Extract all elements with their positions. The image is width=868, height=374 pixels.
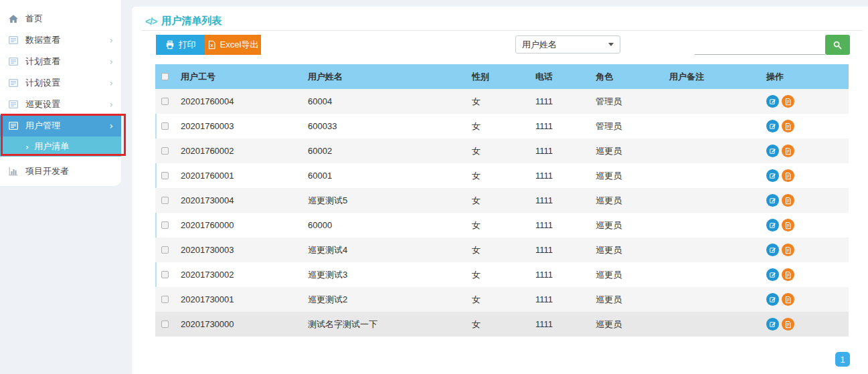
table-row[interactable]: 20201730003巡更测试4女1111巡更员 <box>155 238 849 262</box>
cell-role: 巡更员 <box>589 318 663 331</box>
cell-gender: 女 <box>465 269 529 281</box>
cell-role: 巡更员 <box>589 145 663 157</box>
edit-button[interactable] <box>766 120 779 132</box>
table-row[interactable]: 2020176000460004女1111管理员 <box>155 89 849 114</box>
cell-user-name: 600033 <box>301 121 465 131</box>
sidebar-item-project-developer[interactable]: 项目开发者 <box>0 161 121 182</box>
row-checkbox[interactable] <box>161 246 169 254</box>
sidebar-item-label: 用户管理 <box>25 120 60 132</box>
cell-phone: 1111 <box>529 146 589 156</box>
sidebar-item-label: 首页 <box>25 13 43 25</box>
cell-user-id: 20201760003 <box>174 121 301 131</box>
chevron-right-icon: › <box>109 100 113 109</box>
edit-button[interactable] <box>766 219 779 231</box>
chevron-right-icon: › <box>109 35 113 45</box>
sidebar-item-4[interactable]: 巡更设置› <box>0 94 121 115</box>
row-checkbox[interactable] <box>161 320 169 328</box>
table-row[interactable]: 20201730000测试名字测试一下女1111巡更员 <box>155 312 849 337</box>
sidebar-item-2[interactable]: 计划查看› <box>0 51 121 72</box>
detail-button[interactable] <box>782 120 794 132</box>
table-row[interactable]: 2020176000260002女1111巡更员 <box>155 138 849 163</box>
row-checkbox[interactable] <box>161 147 169 155</box>
table-row[interactable]: 20201730004巡更测试5女1111巡更员 <box>155 188 849 213</box>
excel-export-button[interactable]: x Excel导出 <box>205 35 261 55</box>
sidebar-item-user-list[interactable]: › 用户清单 <box>0 136 121 157</box>
detail-button[interactable] <box>782 244 794 256</box>
edit-button[interactable] <box>766 293 779 306</box>
table-row[interactable]: 20201760003600033女1111管理员 <box>155 114 849 138</box>
cell-phone: 1111 <box>529 220 589 230</box>
home-icon <box>8 13 19 24</box>
detail-button[interactable] <box>782 194 794 207</box>
cell-gender: 女 <box>465 120 529 132</box>
cell-phone: 1111 <box>529 270 589 280</box>
detail-button[interactable] <box>782 318 794 331</box>
table-row[interactable]: 20201730001巡更测试2女1111巡更员 <box>155 287 849 312</box>
cell-user-name: 60002 <box>301 146 465 156</box>
column-header-0: 用户工号 <box>174 71 301 83</box>
cell-user-id: 20201760000 <box>174 220 301 230</box>
select-all-checkbox[interactable] <box>161 73 169 80</box>
cell-user-name: 60001 <box>301 171 465 181</box>
filter-field-select[interactable]: 用户姓名 <box>515 35 620 54</box>
sidebar-item-5[interactable]: 用户管理› <box>0 115 121 136</box>
sidebar-item-label: 计划设置 <box>25 77 60 89</box>
table-row[interactable]: 20201730002巡更测试3女1111巡更员 <box>155 262 849 287</box>
sidebar-item-3[interactable]: 计划设置› <box>0 72 121 94</box>
detail-button[interactable] <box>782 169 794 182</box>
row-checkbox[interactable] <box>161 172 169 179</box>
cell-user-id: 20201760001 <box>174 171 301 181</box>
table-row[interactable]: 2020176000060000女1111巡更员 <box>155 213 849 238</box>
detail-button[interactable] <box>782 145 794 157</box>
edit-button[interactable] <box>766 145 779 157</box>
sidebar-item-0[interactable]: 首页 <box>0 8 121 29</box>
cell-user-name: 60004 <box>301 96 465 106</box>
detail-button[interactable] <box>782 95 794 108</box>
cell-phone: 1111 <box>529 96 589 106</box>
row-checkbox[interactable] <box>161 197 169 204</box>
cell-role: 巡更员 <box>589 219 663 231</box>
edit-button[interactable] <box>766 194 779 207</box>
row-checkbox[interactable] <box>161 122 169 130</box>
row-checkbox[interactable] <box>161 271 169 278</box>
list-icon <box>8 120 19 131</box>
table-body: 2020176000460004女1111管理员2020176000360003… <box>155 89 849 337</box>
column-header-4: 角色 <box>589 71 663 83</box>
cell-user-id: 20201730000 <box>174 319 301 329</box>
edit-button[interactable] <box>766 169 779 182</box>
cell-user-name: 巡更测试4 <box>301 244 465 256</box>
cell-user-id: 20201730003 <box>174 245 301 255</box>
cell-gender: 女 <box>465 195 529 207</box>
sidebar-item-label: 用户清单 <box>34 141 69 153</box>
pagination-page-1[interactable]: 1 <box>835 352 850 367</box>
edit-button[interactable] <box>766 244 779 256</box>
detail-button[interactable] <box>782 268 794 281</box>
edit-button[interactable] <box>766 318 779 331</box>
code-icon: </> <box>145 16 157 27</box>
row-checkbox[interactable] <box>161 296 169 303</box>
list-icon <box>8 78 19 88</box>
column-header-3: 电话 <box>529 71 589 83</box>
sidebar-item-1[interactable]: 数据查看› <box>0 29 121 51</box>
list-icon <box>8 56 19 67</box>
cell-gender: 女 <box>465 96 529 108</box>
row-checkbox[interactable] <box>161 221 169 229</box>
table-row[interactable]: 2020176000160001女1111巡更员 <box>155 163 849 188</box>
edit-button[interactable] <box>766 95 779 108</box>
cell-role: 巡更员 <box>589 244 663 256</box>
print-button[interactable]: 打印 <box>156 35 205 55</box>
search-input[interactable] <box>695 37 825 55</box>
cell-role: 管理员 <box>589 120 663 132</box>
row-checkbox[interactable] <box>161 98 169 105</box>
column-header-5: 用户备注 <box>663 71 760 83</box>
cell-gender: 女 <box>465 170 529 182</box>
sidebar-item-label: 数据查看 <box>25 34 60 46</box>
cell-user-name: 巡更测试5 <box>301 195 465 207</box>
detail-button[interactable] <box>782 219 794 231</box>
search-button[interactable] <box>825 35 850 55</box>
cell-user-id: 20201730001 <box>174 294 301 304</box>
bar-chart-icon <box>8 166 19 177</box>
chevron-right-icon: › <box>109 57 113 66</box>
edit-button[interactable] <box>766 268 779 281</box>
detail-button[interactable] <box>782 293 794 306</box>
